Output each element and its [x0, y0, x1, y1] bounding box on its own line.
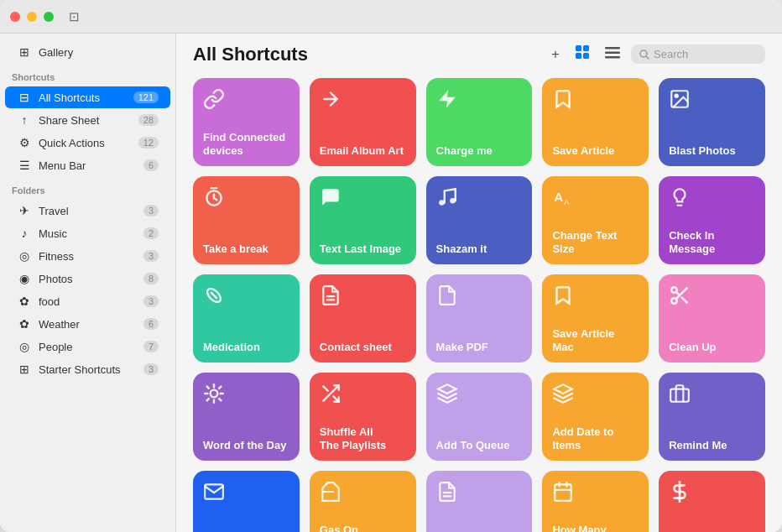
sidebar-toggle-icon[interactable]: ⊡ — [69, 9, 80, 24]
card-label-shuffle-all-playlists: Shuffle All The Playlists — [320, 420, 406, 453]
sidebar-item-food[interactable]: ✿ food 3 — [5, 290, 170, 312]
travel-badge: 3 — [143, 205, 159, 216]
card-label-clean-up: Clean Up — [669, 336, 755, 354]
shortcut-card-gas-on-this-street[interactable]: Gas On This Street — [310, 471, 416, 532]
queue-icon — [436, 383, 523, 404]
music-badge: 2 — [143, 227, 159, 239]
fuel-icon — [320, 481, 406, 503]
timer-icon — [203, 186, 289, 208]
sidebar-item-fitness[interactable]: ◎ Fitness 3 — [5, 245, 170, 267]
card-label-word-of-the-day: Word of the Day — [203, 434, 289, 452]
textsize-icon: AA — [552, 186, 639, 208]
music-label: Music — [39, 227, 67, 240]
people-icon: ◎ — [17, 340, 32, 353]
calendar-icon — [552, 481, 639, 503]
grid-view-button[interactable] — [571, 42, 594, 66]
maximize-button[interactable] — [44, 12, 54, 22]
list-view-button[interactable] — [601, 44, 624, 65]
svg-rect-4 — [605, 47, 620, 50]
svg-line-34 — [207, 399, 209, 400]
sidebar-item-gallery[interactable]: ⊞ Gallery — [5, 41, 170, 63]
sidebar-item-photos[interactable]: ◉ Photos 8 — [5, 268, 170, 289]
sidebar-item-weather[interactable]: ✿ Weather 6 — [5, 313, 170, 335]
sidebar-item-menu-bar[interactable]: ☰ Menu Bar 6 — [5, 154, 170, 176]
card-label-save-article: Save Article — [552, 139, 639, 158]
doc-icon — [320, 284, 406, 306]
svg-line-38 — [323, 386, 327, 390]
share-sheet-label: Share Sheet — [39, 114, 99, 127]
svg-rect-5 — [605, 51, 620, 54]
shortcut-card-shuffle-all-playlists[interactable]: Shuffle All The Playlists — [310, 373, 416, 461]
card-label-text-last-image: Text Last Image — [320, 237, 406, 256]
share-sheet-icon: ↑ — [17, 113, 32, 127]
starter-icon: ⊞ — [17, 362, 32, 376]
svg-rect-0 — [576, 45, 581, 51]
shortcut-card-save-article[interactable]: Save Article — [542, 78, 649, 166]
sidebar-item-music[interactable]: ♪ Music 2 — [5, 222, 170, 244]
minimize-button[interactable] — [27, 12, 37, 22]
stack-icon — [552, 383, 639, 404]
quick-actions-label: Quick Actions — [39, 137, 105, 149]
scissors-icon — [669, 284, 755, 306]
page-title: All Shortcuts — [193, 44, 537, 65]
shortcut-card-save-article-mac[interactable]: Save Article Mac — [542, 274, 649, 362]
shortcut-card-blast-photos[interactable]: Blast Photos — [659, 78, 765, 166]
svg-line-31 — [219, 399, 221, 400]
svg-line-19 — [211, 292, 217, 299]
close-button[interactable] — [10, 12, 20, 22]
card-label-add-to-queue: Add To Queue — [436, 434, 523, 452]
shortcut-card-find-connected-devices[interactable]: Find Connected devices — [193, 78, 300, 166]
share-sheet-badge: 28 — [138, 114, 159, 126]
link-icon — [203, 88, 289, 110]
folders-section-header: Folders — [0, 177, 175, 199]
titlebar: ⊡ — [0, 0, 782, 34]
mail-icon — [203, 481, 289, 503]
menu-bar-label: Menu Bar — [39, 159, 86, 172]
shortcut-card-clean-up[interactable]: Clean Up — [659, 274, 765, 362]
svg-rect-1 — [583, 45, 589, 51]
card-label-make-pdf: Make PDF — [436, 336, 523, 354]
shortcut-card-remind-me[interactable]: Remind Me — [659, 373, 765, 461]
sidebar-item-quick-actions[interactable]: ⚙ Quick Actions 12 — [5, 132, 170, 154]
svg-line-8 — [647, 56, 649, 59]
shortcut-card-medication[interactable]: Medication — [193, 274, 300, 362]
shortcut-card-change-text-size[interactable]: AAChange Text Size — [542, 176, 649, 264]
main-content: All Shortcuts + — [176, 34, 782, 532]
starter-label: Starter Shortcuts — [39, 363, 121, 376]
shortcut-card-sort-lines[interactable]: Sort Lines — [426, 471, 533, 532]
shortcut-card-text-last-image[interactable]: Text Last Image — [310, 176, 416, 264]
bookmark-icon — [552, 284, 639, 306]
shortcut-card-calculate-tip[interactable]: Calculate Tip — [659, 471, 765, 532]
bookmark-icon — [552, 88, 639, 110]
card-label-add-date-to-items: Add Date to Items — [552, 420, 639, 453]
shortcut-card-email-album-art[interactable]: Email Album Art — [310, 78, 416, 166]
shortcut-card-add-date-to-items[interactable]: Add Date to Items — [542, 373, 649, 461]
sidebar-item-people[interactable]: ◎ People 7 — [5, 336, 170, 357]
sidebar-item-travel[interactable]: ✈ Travel 3 — [5, 200, 170, 222]
search-box[interactable]: Search — [631, 44, 765, 64]
shortcut-card-charge-me[interactable]: Charge me — [426, 78, 533, 166]
app-body: ⊞ Gallery Shortcuts ⊟ All Shortcuts 121 … — [0, 34, 782, 532]
shortcut-card-contact-sheet[interactable]: Contact sheet — [310, 274, 416, 362]
shortcut-card-how-many-days-until[interactable]: How Many Days Until — [542, 471, 649, 532]
menu-bar-icon: ☰ — [17, 159, 32, 172]
gallery-icon: ⊞ — [17, 45, 32, 59]
shortcut-card-email-myself[interactable]: Email Myself — [193, 471, 300, 532]
svg-point-15 — [450, 198, 456, 204]
add-button[interactable]: + — [547, 44, 564, 65]
shortcut-card-add-to-queue[interactable]: Add To Queue — [426, 373, 533, 461]
sidebar-item-starter-shortcuts[interactable]: ⊞ Starter Shortcuts 3 — [5, 358, 170, 380]
fitness-badge: 3 — [143, 250, 159, 262]
sun-icon — [203, 383, 289, 404]
card-label-take-a-break: Take a break — [203, 237, 289, 256]
svg-text:A: A — [564, 197, 570, 206]
shortcut-card-shazam-it[interactable]: Shazam it — [426, 176, 533, 264]
people-badge: 7 — [143, 341, 159, 352]
shortcut-card-word-of-the-day[interactable]: Word of the Day — [193, 373, 300, 461]
people-label: People — [39, 341, 72, 353]
sidebar-item-share-sheet[interactable]: ↑ Share Sheet 28 — [5, 109, 170, 131]
sidebar-item-all-shortcuts[interactable]: ⊟ All Shortcuts 121 — [5, 86, 170, 108]
shortcut-card-check-in-message[interactable]: Check In Message — [659, 176, 765, 264]
shortcut-card-make-pdf[interactable]: Make PDF — [426, 274, 533, 362]
shortcut-card-take-a-break[interactable]: Take a break — [193, 176, 300, 264]
